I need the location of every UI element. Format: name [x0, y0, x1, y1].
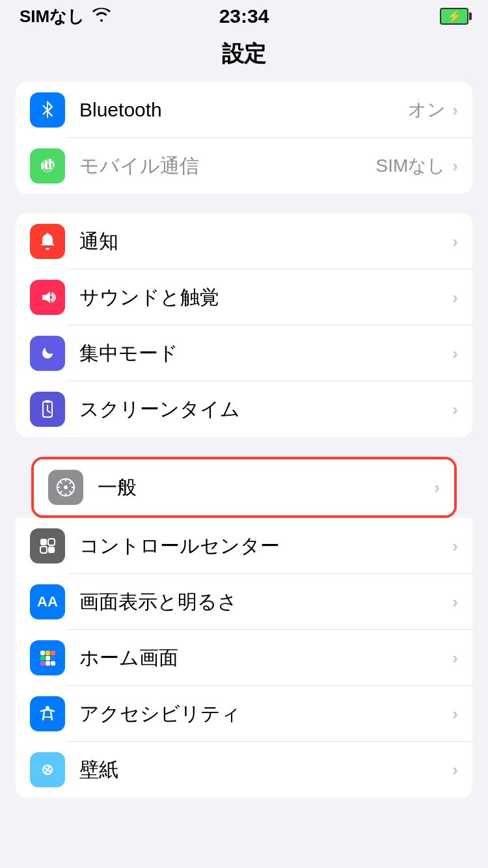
screentime-icon: [30, 392, 65, 427]
display-icon-text: AA: [37, 593, 58, 610]
wallpaper-label: 壁紙: [79, 757, 452, 783]
svg-rect-14: [40, 547, 47, 553]
svg-rect-22: [40, 661, 45, 666]
battery-icon: ⚡: [440, 8, 468, 25]
mobile-label: モバイル通信: [79, 153, 376, 180]
bluetooth-value: オン: [408, 98, 446, 122]
time-label: 23:34: [219, 5, 269, 27]
settings-item-focus[interactable]: 集中モード ›: [16, 325, 472, 381]
screentime-label: スクリーンタイム: [79, 396, 452, 423]
settings-item-accessibility[interactable]: アクセシビリティ ›: [16, 686, 472, 742]
settings-item-controlcenter[interactable]: コントロールセンター ›: [16, 518, 472, 574]
homescreen-icon: [30, 640, 65, 675]
sounds-icon: [30, 280, 65, 315]
controlcenter-chevron: ›: [452, 536, 458, 556]
controlcenter-icon: [30, 528, 65, 563]
notifications-chevron: ›: [452, 232, 458, 252]
svg-rect-24: [51, 661, 55, 666]
highlighted-general-container: 一般 ›: [31, 457, 457, 518]
bluetooth-label: Bluetooth: [79, 99, 408, 121]
wallpaper-icon: [30, 752, 65, 787]
svg-rect-17: [46, 651, 50, 655]
general-chevron: ›: [434, 478, 440, 498]
bluetooth-icon: [30, 92, 65, 128]
controlcenter-label: コントロールセンター: [79, 533, 452, 560]
wifi-icon: [92, 7, 111, 27]
display-label: 画面表示と明るさ: [79, 589, 452, 616]
homescreen-label: ホーム画面: [79, 645, 452, 671]
bluetooth-chevron: ›: [452, 100, 458, 120]
focus-icon: [30, 336, 65, 371]
svg-point-11: [64, 485, 68, 489]
display-icon: AA: [30, 584, 65, 619]
accessibility-label: アクセシビリティ: [79, 701, 452, 727]
settings-item-homescreen[interactable]: ホーム画面 ›: [16, 630, 472, 686]
carrier-wifi: SIMなし: [20, 5, 111, 28]
wallpaper-chevron: ›: [452, 760, 458, 780]
mobile-chevron: ›: [452, 156, 458, 176]
svg-marker-7: [42, 292, 50, 303]
svg-rect-16: [40, 651, 45, 655]
general-icon: [48, 470, 83, 505]
status-bar: SIMなし 23:34 ⚡: [0, 0, 488, 33]
settings-item-notifications[interactable]: 通知 ›: [16, 213, 472, 269]
svg-rect-20: [46, 656, 50, 660]
svg-rect-19: [40, 656, 45, 660]
svg-rect-13: [48, 539, 55, 545]
settings-item-general[interactable]: 一般 ›: [34, 459, 454, 515]
focus-chevron: ›: [452, 344, 458, 364]
notifications-icon: [30, 224, 65, 259]
svg-rect-12: [40, 539, 47, 545]
focus-label: 集中モード: [79, 340, 452, 367]
settings-item-mobile[interactable]: モバイル通信 SIMなし ›: [16, 138, 472, 194]
sounds-label: サウンドと触覚: [79, 284, 452, 311]
settings-item-wallpaper[interactable]: 壁紙 ›: [16, 742, 472, 798]
sounds-chevron: ›: [452, 288, 458, 308]
svg-rect-21: [51, 656, 55, 660]
accessibility-icon: [30, 696, 65, 731]
battery-bolt: ⚡: [447, 9, 461, 23]
svg-rect-18: [51, 651, 55, 655]
homescreen-chevron: ›: [452, 648, 458, 668]
notifications-label: 通知: [79, 228, 452, 255]
accessibility-chevron: ›: [452, 704, 458, 724]
page-title: 設定: [0, 33, 488, 82]
settings-group-display-etc: コントロールセンター › AA 画面表示と明るさ ›: [16, 518, 472, 798]
settings-item-screentime[interactable]: スクリーンタイム ›: [16, 381, 472, 437]
svg-rect-23: [46, 661, 50, 666]
mobile-icon: [30, 148, 65, 183]
settings-item-bluetooth[interactable]: Bluetooth オン ›: [16, 82, 472, 138]
battery-area: ⚡: [440, 8, 468, 25]
settings-item-display[interactable]: AA 画面表示と明るさ ›: [16, 574, 472, 630]
carrier-label: SIMなし: [20, 5, 85, 28]
display-chevron: ›: [452, 592, 458, 612]
settings-group-connectivity: Bluetooth オン › モバイル通信 SIMなし ›: [16, 82, 472, 194]
settings-item-sounds[interactable]: サウンドと触覚 ›: [16, 269, 472, 325]
mobile-value: SIMなし: [376, 154, 446, 178]
general-label: 一般: [98, 474, 434, 501]
svg-rect-15: [48, 547, 55, 553]
settings-group-general: 一般 › コントロールセンター › AA 画面表示と明るさ ›: [16, 457, 472, 798]
screentime-chevron: ›: [452, 400, 458, 420]
settings-group-notifications: 通知 › サウンドと触覚 › 集中モード ›: [16, 213, 472, 437]
